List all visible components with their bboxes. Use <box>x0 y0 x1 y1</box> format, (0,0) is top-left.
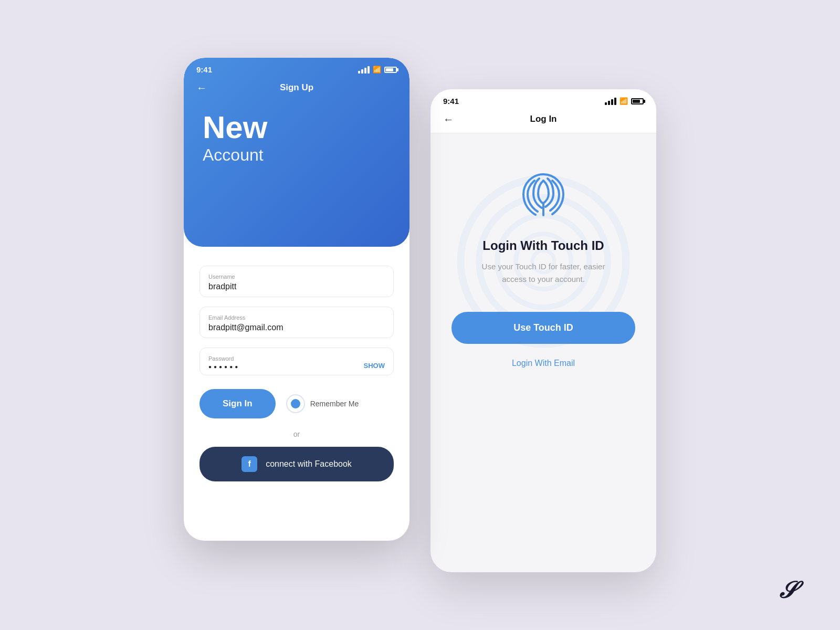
sign-in-button[interactable]: Sign In <box>200 389 276 418</box>
login-status-bar: 9:41 📶 <box>430 89 656 106</box>
remember-toggle[interactable] <box>286 394 305 413</box>
facebook-button[interactable]: f connect with Facebook <box>200 447 394 481</box>
username-label: Username <box>208 274 385 280</box>
signup-nav-title: Sign Up <box>280 82 313 93</box>
signup-title-line2: Account <box>203 145 391 165</box>
toggle-dot <box>291 399 300 408</box>
signup-body: Username bradpitt Email Address bradpitt… <box>184 247 410 497</box>
login-status-icons: 📶 <box>605 97 644 105</box>
signup-phone: 9:41 📶 ← Sign Up <box>184 58 410 541</box>
password-group: Password ●●●●●● SHOW <box>200 348 394 375</box>
email-field[interactable]: Email Address bradpitt@gmail.com <box>200 307 394 338</box>
touch-id-title: Login With Touch ID <box>482 238 604 253</box>
login-wifi-icon: 📶 <box>620 97 628 105</box>
login-battery-icon <box>631 98 644 104</box>
facebook-label: connect with Facebook <box>266 459 352 469</box>
lbar2 <box>608 101 610 105</box>
wifi-icon: 📶 <box>373 66 381 74</box>
login-time: 9:41 <box>443 97 459 106</box>
username-field[interactable]: Username bradpitt <box>200 266 394 297</box>
signup-status-icons: 📶 <box>358 66 397 74</box>
lbar4 <box>614 98 616 105</box>
email-group: Email Address bradpitt@gmail.com <box>200 307 394 338</box>
email-value: bradpitt@gmail.com <box>208 323 385 332</box>
touch-id-description: Use your Touch ID for faster, easieracce… <box>482 260 605 286</box>
password-dots: ●●●●●● <box>208 364 240 370</box>
email-label: Email Address <box>208 314 385 321</box>
bar1 <box>358 71 360 74</box>
login-battery-fill <box>633 100 640 103</box>
signup-nav: ← Sign Up <box>184 74 410 101</box>
login-body: Login With Touch ID Use your Touch ID fo… <box>430 133 656 389</box>
signup-back-button[interactable]: ← <box>196 82 207 94</box>
password-field[interactable]: Password ●●●●●● SHOW <box>200 348 394 375</box>
battery-fill <box>386 68 393 71</box>
lbar3 <box>611 99 613 105</box>
signal-icon <box>358 66 370 74</box>
remember-label: Remember Me <box>310 400 359 408</box>
login-nav-title: Log In <box>530 114 557 124</box>
bar2 <box>361 69 363 74</box>
username-group: Username bradpitt <box>200 266 394 297</box>
username-value: bradpitt <box>208 282 385 291</box>
lbar1 <box>605 102 607 105</box>
signup-status-bar: 9:41 📶 <box>184 58 410 74</box>
login-back-button[interactable]: ← <box>443 113 454 125</box>
battery-icon <box>384 67 397 73</box>
phones-container: 9:41 📶 ← Sign Up <box>184 58 656 572</box>
login-nav: ← Log In <box>430 106 656 133</box>
password-label: Password <box>208 355 240 362</box>
password-content: Password ●●●●●● <box>208 355 240 370</box>
bar3 <box>364 68 366 74</box>
brand-logo: 𝒮· <box>779 577 798 604</box>
login-phone: 9:41 📶 ← Log In <box>430 89 656 572</box>
login-signal-icon <box>605 98 616 105</box>
signup-header-text: New Account <box>184 101 410 186</box>
remember-me-group: Remember Me <box>286 394 359 413</box>
signup-header: 9:41 📶 ← Sign Up <box>184 58 410 247</box>
show-password-button[interactable]: SHOW <box>364 362 385 370</box>
signup-title-line1: New <box>203 112 391 143</box>
use-touch-id-button[interactable]: Use Touch ID <box>452 312 635 344</box>
or-divider: or <box>200 430 394 438</box>
bar4 <box>368 66 370 74</box>
fingerprint-icon <box>514 165 572 223</box>
login-with-email-link[interactable]: Login With Email <box>512 359 575 368</box>
actions-row: Sign In Remember Me <box>200 389 394 418</box>
signup-time: 9:41 <box>196 65 212 74</box>
facebook-icon: f <box>242 456 257 472</box>
